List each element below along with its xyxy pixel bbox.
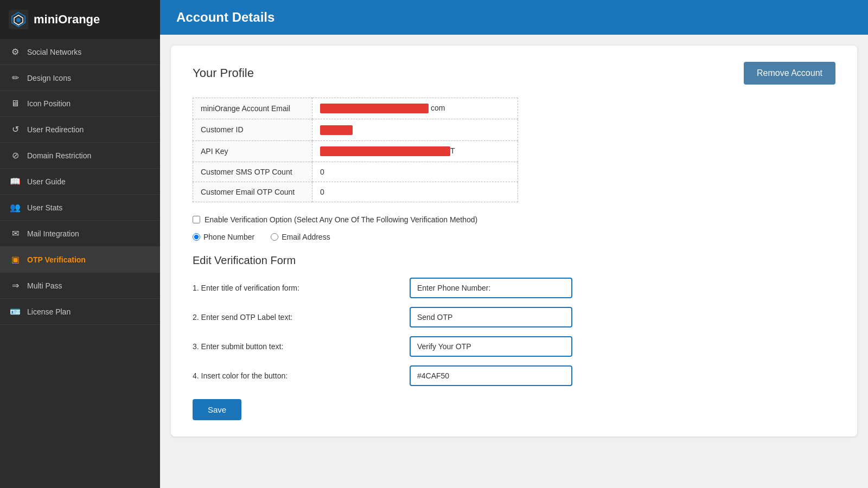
license-plan-icon: 🪪	[10, 306, 21, 317]
profile-table: miniOrange Account Email com Customer ID…	[193, 98, 518, 202]
table-cell-value: com	[312, 98, 518, 119]
form-label-color: 4. Insert color for the button:	[193, 371, 399, 380]
phone-number-option[interactable]: Phone Number	[193, 233, 254, 241]
table-cell-label: Customer SMS OTP Count	[193, 162, 312, 182]
verification-checkbox-row: Enable Verification Option (Select Any O…	[193, 215, 835, 224]
phone-radio[interactable]	[193, 233, 200, 241]
sidebar-logo: miniOrange	[0, 0, 160, 39]
sidebar-item-user-redirection[interactable]: ↺ User Redirection	[0, 117, 160, 143]
sidebar-item-label: Icon Position	[27, 99, 71, 108]
logo-icon	[9, 10, 28, 29]
page-title: Account Details	[176, 10, 275, 24]
page-header: Account Details	[160, 0, 868, 35]
domain-restriction-icon: ⊘	[10, 150, 21, 160]
sidebar-item-user-stats[interactable]: 👥 User Stats	[0, 195, 160, 221]
sidebar-item-otp-verification[interactable]: ▣ OTP Verification	[0, 247, 160, 273]
user-stats-icon: 👥	[10, 202, 21, 213]
sidebar-item-social-networks[interactable]: ⚙ Social Networks	[0, 39, 160, 65]
svg-point-1	[16, 18, 21, 22]
table-row: Customer SMS OTP Count 0	[193, 162, 518, 182]
email-radio-label: Email Address	[282, 233, 330, 241]
sidebar-item-label: User Redirection	[27, 125, 84, 134]
table-row: API Key T	[193, 140, 518, 162]
table-cell-label: miniOrange Account Email	[193, 98, 312, 119]
phone-radio-label: Phone Number	[203, 233, 254, 241]
table-cell-value: 0	[312, 182, 518, 202]
sidebar-item-icon-position[interactable]: 🖥 Icon Position	[0, 91, 160, 117]
multi-pass-icon: ⇒	[10, 280, 21, 291]
form-input-title[interactable]	[410, 278, 572, 298]
email-radio[interactable]	[271, 233, 278, 241]
redacted-email	[320, 104, 429, 113]
api-suffix: T	[450, 146, 455, 155]
sidebar-item-label: OTP Verification	[27, 255, 86, 264]
main-area: Account Details Your Profile Remove Acco…	[160, 0, 868, 488]
form-input-submit[interactable]	[410, 336, 572, 357]
edit-form-title: Edit Verification Form	[193, 254, 835, 267]
otp-verification-icon: ▣	[10, 254, 21, 265]
user-redirection-icon: ↺	[10, 124, 21, 134]
sidebar-item-label: User Stats	[27, 203, 62, 212]
form-row-color: 4. Insert color for the button:	[193, 365, 835, 386]
form-input-otp[interactable]	[410, 307, 572, 328]
enable-verification-checkbox[interactable]	[193, 216, 200, 223]
sidebar-item-label: License Plan	[27, 307, 71, 316]
table-cell-value	[312, 119, 518, 140]
table-cell-value: 0	[312, 162, 518, 182]
sidebar-item-label: Mail Integration	[27, 229, 79, 238]
table-cell-value: T	[312, 140, 518, 162]
edit-form-section: Edit Verification Form 1. Enter title of…	[193, 254, 835, 420]
profile-header: Your Profile Remove Account	[193, 62, 835, 85]
remove-account-button[interactable]: Remove Account	[744, 62, 835, 85]
table-row: miniOrange Account Email com	[193, 98, 518, 119]
email-suffix: com	[429, 104, 445, 112]
table-cell-label: API Key	[193, 140, 312, 162]
table-row: Customer ID	[193, 119, 518, 140]
table-cell-label: Customer Email OTP Count	[193, 182, 312, 202]
form-label-title: 1. Enter title of verification form:	[193, 284, 399, 292]
email-address-option[interactable]: Email Address	[271, 233, 330, 241]
verification-section: Enable Verification Option (Select Any O…	[193, 215, 835, 241]
table-cell-label: Customer ID	[193, 119, 312, 140]
form-input-color[interactable]	[410, 365, 572, 386]
table-row: Customer Email OTP Count 0	[193, 182, 518, 202]
radio-row: Phone Number Email Address	[193, 233, 835, 241]
sidebar-item-multi-pass[interactable]: ⇒ Multi Pass	[0, 273, 160, 299]
profile-card: Your Profile Remove Account miniOrange A…	[171, 46, 857, 436]
profile-title: Your Profile	[193, 66, 254, 80]
design-icons-icon: ✏	[10, 73, 21, 83]
sidebar-item-license-plan[interactable]: 🪪 License Plan	[0, 299, 160, 325]
icon-position-icon: 🖥	[10, 99, 21, 108]
social-networks-icon: ⚙	[10, 47, 21, 57]
sidebar-item-label: User Guide	[27, 177, 66, 186]
enable-verification-label: Enable Verification Option (Select Any O…	[205, 215, 477, 224]
sidebar-item-label: Multi Pass	[27, 281, 62, 290]
form-row-submit: 3. Enter submit button text:	[193, 336, 835, 357]
form-label-submit: 3. Enter submit button text:	[193, 342, 399, 351]
form-label-otp: 2. Enter send OTP Label text:	[193, 313, 399, 322]
sidebar-item-label: Design Icons	[27, 74, 71, 82]
sidebar-item-design-icons[interactable]: ✏ Design Icons	[0, 65, 160, 91]
user-guide-icon: 📖	[10, 176, 21, 187]
redacted-api-key	[320, 146, 450, 156]
save-button[interactable]: Save	[193, 399, 241, 420]
sidebar-item-label: Domain Restriction	[27, 151, 91, 160]
form-row-title: 1. Enter title of verification form:	[193, 278, 835, 298]
sidebar-item-domain-restriction[interactable]: ⊘ Domain Restriction	[0, 143, 160, 169]
sidebar-item-mail-integration[interactable]: ✉ Mail Integration	[0, 221, 160, 247]
mail-integration-icon: ✉	[10, 228, 21, 239]
sidebar-item-label: Social Networks	[27, 48, 81, 56]
form-row-otp-label: 2. Enter send OTP Label text:	[193, 307, 835, 328]
sidebar-item-user-guide[interactable]: 📖 User Guide	[0, 169, 160, 195]
redacted-customer-id	[320, 125, 353, 135]
sidebar: miniOrange ⚙ Social Networks ✏ Design Ic…	[0, 0, 160, 488]
app-name: miniOrange	[34, 12, 100, 27]
content-area: Your Profile Remove Account miniOrange A…	[160, 35, 868, 488]
